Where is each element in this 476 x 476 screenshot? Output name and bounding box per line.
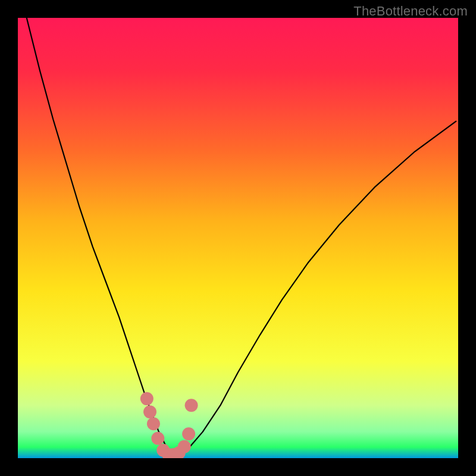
valley-marker: [185, 399, 198, 412]
valley-marker: [178, 440, 191, 453]
valley-marker: [140, 392, 154, 405]
valley-marker: [182, 427, 195, 440]
chart-plot-area: [18, 18, 458, 458]
gradient-background: [18, 18, 458, 458]
watermark-label: TheBottleneck.com: [353, 4, 468, 19]
valley-marker: [143, 405, 156, 418]
valley-marker: [151, 432, 164, 445]
chart-svg: [18, 18, 458, 458]
valley-marker: [147, 417, 160, 430]
